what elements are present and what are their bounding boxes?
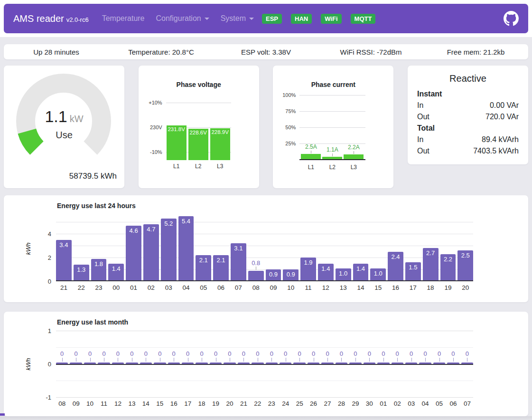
gridline (299, 127, 365, 128)
x-tick-label: 06 (213, 284, 229, 291)
y-tick-label: 75% (267, 108, 296, 114)
energy-bar (161, 219, 177, 280)
nav-item-system[interactable]: System (221, 14, 254, 23)
reactive-row-label: Out (417, 145, 429, 157)
label-connector (311, 151, 311, 153)
x-tick-label: L1 (301, 164, 321, 171)
y-tick-label: 0 (28, 278, 51, 285)
bar-slot-14: 1.4 (353, 216, 369, 280)
bar-value-label: 0 (70, 350, 82, 357)
bar-value-label: 0 (56, 350, 68, 357)
bar-value-label: 1.0 (370, 270, 386, 277)
x-tick-label: 09 (266, 284, 281, 291)
x-tick-label: 15 (370, 284, 386, 291)
bar-value-label: 2.7 (423, 249, 439, 257)
x-axis-line (299, 159, 365, 160)
bar-slot-01: 4.6 (126, 216, 141, 280)
brand[interactable]: AMS readerv2.0-rc6 (13, 13, 89, 24)
chart-title: Phase current (273, 81, 393, 88)
label-connector (104, 358, 104, 362)
gridline (56, 381, 473, 381)
x-tick-label: 29 (349, 400, 361, 407)
x-axis-line (56, 280, 473, 281)
bar-value-label: 5.2 (161, 220, 177, 227)
x-tick-label: 08 (56, 400, 68, 407)
energy-bar (70, 363, 82, 364)
bar-value-label: 0 (84, 350, 96, 357)
gridline (166, 103, 231, 103)
bar-value-label: 0 (433, 350, 445, 357)
nav-menu: TemperatureConfigurationSystem (91, 14, 254, 23)
nav-item-temperature[interactable]: Temperature (102, 14, 145, 23)
gauge-total-kwh: 58739.5 kWh (69, 172, 117, 181)
x-tick-label: 15 (154, 400, 166, 407)
label-connector (256, 267, 256, 270)
reactive-row-value: 89.4 kVArh (482, 134, 519, 145)
reactive-row-value: 720.0 VAr (485, 111, 519, 123)
bar-slot-29: 0 (349, 331, 361, 364)
x-tick-label: 20 (224, 400, 235, 407)
label-connector (258, 358, 258, 362)
y-tick-label: -1 (28, 394, 51, 401)
bar-slot-24: 0 (280, 331, 291, 364)
bar-slot-10: 0 (84, 331, 96, 364)
x-tick-label: 28 (336, 400, 347, 407)
bar-slot-06: 2.1 (213, 216, 229, 280)
x-tick-label: L3 (210, 163, 230, 170)
bar-slot-21: 3.4 (56, 216, 72, 280)
bar-slot-22: 0 (252, 331, 263, 364)
x-tick-label: 25 (293, 400, 305, 407)
energy-bar (196, 363, 207, 364)
github-icon[interactable] (504, 11, 519, 26)
reactive-section-label: Total (417, 123, 519, 134)
bar-value-label: 4.7 (143, 226, 159, 233)
bar-value-label: 5.4 (178, 218, 194, 225)
x-tick-label: L2 (188, 163, 208, 170)
label-connector (439, 358, 440, 362)
badge-mqtt: MQTT (351, 14, 376, 24)
nav-item-configuration[interactable]: Configuration (156, 14, 209, 23)
bar-slot-14: 0 (140, 331, 152, 364)
status-item: Temperature: 20.8°C (109, 48, 214, 56)
status-item: Free mem: 21.2kb (423, 48, 528, 56)
bar-slot-00: 1.4 (108, 216, 124, 280)
x-tick-label: 22 (252, 400, 263, 407)
energy-bar (336, 363, 347, 364)
bar-value-label: 0 (98, 350, 110, 357)
badge-esp: ESP (262, 14, 282, 24)
bar-slot-12: 1.4 (318, 216, 334, 280)
x-tick-label: 12 (318, 284, 334, 291)
energy-bar (248, 271, 264, 280)
bar-slot-17: 1.5 (405, 216, 421, 280)
bar-slot-19: 0 (210, 331, 222, 364)
chevron-down-icon (205, 18, 209, 20)
x-tick-label: 24 (280, 400, 291, 407)
reactive-row: In89.4 kVArh (417, 134, 519, 145)
energy-bar (308, 363, 319, 364)
x-tick-label: 16 (168, 400, 180, 407)
bar-slot-20: 0 (224, 331, 235, 364)
phase-voltage-plot: +10%230V-10%231.8V228.6V228.9VL1L2L3 (166, 103, 231, 160)
bar-slot-28: 0 (336, 331, 347, 364)
energy-bar (140, 363, 152, 364)
y-tick-label: 50% (267, 124, 296, 130)
bars: 2.5A1.1A2.2A (301, 154, 364, 159)
bar-slot-07: 3.1 (231, 216, 246, 280)
label-connector (271, 358, 272, 362)
x-tick-label: 02 (392, 400, 403, 407)
brand-version: v2.0-rc6 (66, 16, 89, 23)
bar-slot-18: 2.7 (423, 216, 439, 280)
bar-value-label: 1.9 (300, 259, 316, 266)
status-badges: ESPHANWiFiMQTT (262, 14, 375, 24)
page-content: Up 28 minutesTemperature: 20.8°CESP volt… (0, 37, 532, 420)
x-tick-label: 23 (266, 400, 278, 407)
bar-value-label: 1.1A (322, 146, 342, 153)
bar-slot-09: 0 (70, 331, 82, 364)
label-connector (411, 358, 412, 362)
bar-value-label: 0 (252, 350, 263, 357)
x-tick-label: 30 (364, 400, 375, 407)
bar-slot-03: 5.2 (161, 216, 177, 280)
bar-value-label: 0 (405, 350, 417, 357)
bar-value-label: 0.9 (266, 271, 281, 278)
y-tick-label: 230V (134, 124, 162, 130)
